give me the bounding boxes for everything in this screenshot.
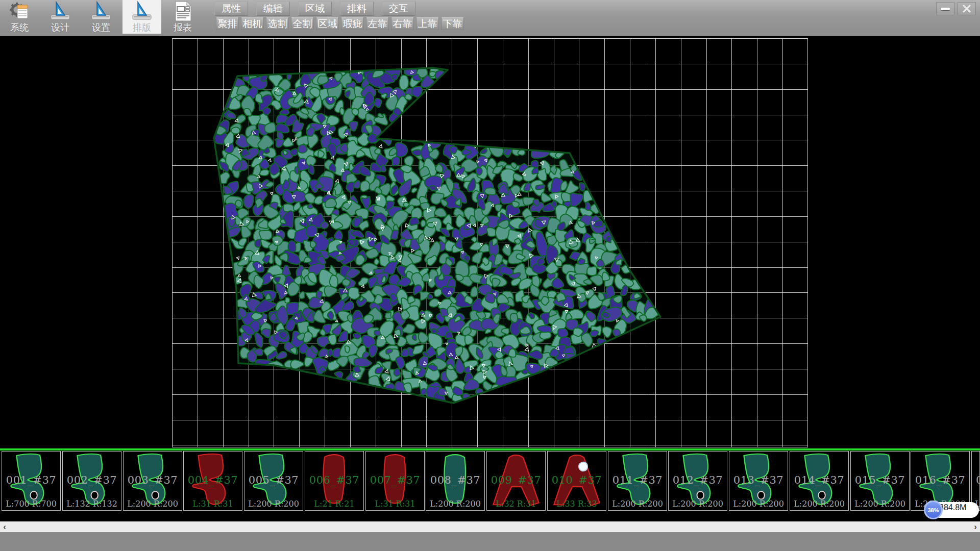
thumbnail-content: 011_#37L:200 R:200 <box>608 452 667 510</box>
thumbnail-content: 014_#37L:200 R:200 <box>790 452 848 510</box>
scroll-right-icon[interactable]: › <box>971 522 980 532</box>
thumbnail-content: 003_#37L:200 R:200 <box>124 452 182 510</box>
piece-shape-icon <box>244 452 303 509</box>
window-controls <box>936 2 976 15</box>
set-square-icon <box>131 1 153 22</box>
gear-table-icon <box>9 1 30 22</box>
thumbnail-cell-15[interactable]: 015_#37L:200 R:200 <box>850 451 910 511</box>
piece-shape-icon <box>366 452 424 509</box>
menu-tab-5[interactable]: 交互 <box>382 2 415 16</box>
thumbnail-content: 008_#37L:200 R:200 <box>426 452 484 510</box>
thumbnail-cell-11[interactable]: 011_#37L:200 R:200 <box>608 451 667 511</box>
menu-tab-1[interactable]: 属性 <box>214 2 248 16</box>
tool-button-10[interactable]: 下靠 <box>441 17 464 30</box>
minimize-icon <box>941 8 950 10</box>
app-mode-buttons: 系统设计设置排版报表 <box>0 0 204 34</box>
app-button-label: 系统 <box>10 22 29 33</box>
piece-shape-icon <box>608 452 667 509</box>
tool-button-9[interactable]: 上靠 <box>416 17 439 30</box>
app-button-design[interactable]: 设计 <box>41 0 80 34</box>
thumbnail-cell-12[interactable]: 012_#37L:200 R:200 <box>668 451 727 511</box>
set-square-icon <box>90 1 112 22</box>
tool-button-7[interactable]: 左靠 <box>366 17 389 30</box>
thumbnail-content: 013_#37L:200 R:200 <box>729 452 788 510</box>
thumbnail-cell-6[interactable]: 006_#37L:21 R:21 <box>305 451 364 511</box>
thumbnail-cell-14[interactable]: 014_#37L:200 R:200 <box>790 451 849 511</box>
app-button-report[interactable]: 报表 <box>163 0 202 34</box>
tool-button-5[interactable]: 区域 <box>316 17 339 30</box>
menu-tab-3[interactable]: 区域 <box>298 2 332 16</box>
nesting-canvas[interactable] <box>172 38 808 447</box>
pieces-film-strip: 001_#37L:700 R:700002_#37L:132 R:132003_… <box>0 451 980 511</box>
thumbnail-cell-13[interactable]: 013_#37L:200 R:200 <box>729 451 788 511</box>
thumbnail-content: 007_#37L:31 R:31 <box>366 452 424 510</box>
menu-bar: 属性编辑区域排料交互 <box>214 2 424 16</box>
app-button-nesting[interactable]: 排版 <box>122 0 161 34</box>
thumbnail-content: 002_#37L:132 R:132 <box>63 452 121 510</box>
thumbnail-cell-2[interactable]: 002_#37L:132 R:132 <box>62 451 121 511</box>
scroll-left-icon[interactable]: ‹ <box>0 522 9 532</box>
piece-shape-icon <box>487 452 545 509</box>
piece-shape-icon <box>669 452 727 509</box>
app-button-settings[interactable]: 设置 <box>82 0 120 34</box>
thumbnail-cell-8[interactable]: 008_#37L:200 R:200 <box>426 451 485 511</box>
thumbnail-content: 004_#37L:31 R:31 <box>184 452 242 510</box>
thumbnail-cell-5[interactable]: 005_#37L:200 R:200 <box>244 451 303 511</box>
application-window: 系统设计设置排版报表 属性编辑区域排料交互 聚排相机选割全割区域瑕疵左靠右靠上靠… <box>0 0 980 551</box>
piece-shape-icon <box>2 452 60 509</box>
thumbnail-content: 005_#37L:200 R:200 <box>244 452 303 510</box>
thumbnail-cell-1[interactable]: 001_#37L:700 R:700 <box>2 451 61 511</box>
piece-shape-icon <box>184 452 242 509</box>
app-button-system[interactable]: 系统 <box>0 0 39 34</box>
thumbnail-content: 012_#37L:200 R:200 <box>669 452 727 510</box>
tool-button-1[interactable]: 聚排 <box>216 17 239 30</box>
piece-shape-icon <box>305 452 363 509</box>
piece-shape-icon <box>124 452 182 509</box>
main-toolbar: 系统设计设置排版报表 属性编辑区域排料交互 聚排相机选割全割区域瑕疵左靠右靠上靠… <box>0 0 980 36</box>
app-button-label: 设计 <box>51 22 69 33</box>
piece-shape-icon <box>729 452 788 509</box>
tool-button-8[interactable]: 右靠 <box>391 17 414 30</box>
menu-tab-4[interactable]: 排料 <box>340 2 374 16</box>
progress-percent: 38% <box>927 507 939 513</box>
tool-button-4[interactable]: 全割 <box>291 17 314 30</box>
minimize-button[interactable] <box>936 2 954 15</box>
set-square-icon <box>50 1 71 22</box>
thumbnail-cell-9[interactable]: 009_#37L:32 R:31 <box>486 451 546 511</box>
film-strip-separator <box>0 448 980 450</box>
piece-shape-icon <box>63 452 121 509</box>
progress-circle-icon: 38% <box>924 500 943 519</box>
thumbnail-cell-3[interactable]: 003_#37L:200 R:200 <box>123 451 182 511</box>
thumbnail-content: 010_#37L:33 R:33 <box>548 452 606 510</box>
thumbnail-cell-4[interactable]: 004_#37L:31 R:31 <box>183 451 242 511</box>
app-button-label: 设置 <box>92 22 110 33</box>
piece-shape-icon <box>790 452 848 509</box>
piece-shape-icon <box>548 452 606 509</box>
horizontal-scrollbar[interactable]: ‹ › <box>0 521 980 532</box>
thumbnail-cell-10[interactable]: 010_#37L:33 R:33 <box>547 451 606 511</box>
thumbnail-content: 001_#37L:700 R:700 <box>2 452 60 510</box>
tool-button-2[interactable]: 相机 <box>241 17 264 30</box>
tool-bar: 聚排相机选割全割区域瑕疵左靠右靠上靠下靠 <box>216 17 466 30</box>
close-button[interactable] <box>958 2 976 15</box>
report-icon <box>172 1 193 22</box>
piece-shape-icon <box>426 452 484 509</box>
thumbnail-cell-7[interactable]: 007_#37L:31 R:31 <box>365 451 425 511</box>
progress-badge[interactable]: 384.8M 38% <box>924 500 980 519</box>
tool-button-3[interactable]: 选割 <box>266 17 289 30</box>
tool-button-6[interactable]: 瑕疵 <box>341 17 364 30</box>
memory-value: 384.8M <box>939 503 966 512</box>
thumbnail-content: 015_#37L:200 R:200 <box>851 452 909 510</box>
menu-tab-2[interactable]: 编辑 <box>256 2 290 16</box>
thumbnail-content: 006_#37L:21 R:21 <box>305 452 363 510</box>
status-bar <box>0 532 980 551</box>
thumbnail-content: 009_#37L:32 R:31 <box>487 452 545 510</box>
app-button-label: 排版 <box>133 22 151 33</box>
close-icon <box>963 5 971 13</box>
app-button-label: 报表 <box>174 22 192 33</box>
piece-shape-icon <box>851 452 909 509</box>
